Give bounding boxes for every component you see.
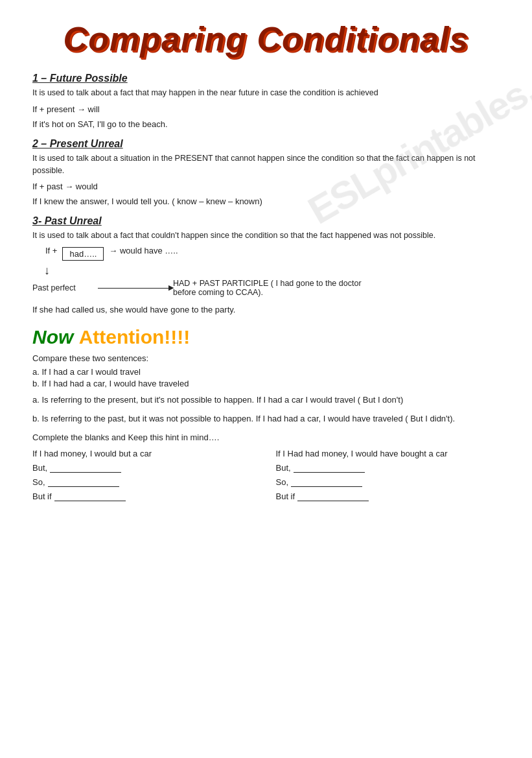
sentence-a: a. If I had a car I would travel <box>32 367 500 377</box>
explanation-a: a. Is referring to the present, but it's… <box>32 394 500 407</box>
ex-right-label-3: But if <box>276 492 295 501</box>
section-2-heading: 2 – Present Unreal <box>32 138 500 150</box>
section-1-formula: If + present → will <box>32 104 500 114</box>
past-perfect-line: Past perfect ▶ HAD + PAST PARTICIPLE ( I… <box>32 279 500 297</box>
exercise-left-line-3: But if <box>32 491 257 501</box>
section-1-description: It is used to talk about a fact that may… <box>32 87 500 99</box>
section-1-heading: 1 – Future Possible <box>32 73 500 84</box>
section-1-example: If it's hot on SAT, I'll go to the beach… <box>32 119 500 129</box>
ex-right-blank-1[interactable] <box>294 462 365 473</box>
exercise-right-line-3: But if <box>276 491 500 501</box>
attention-title: Now Attention!!!! <box>32 326 500 348</box>
section-2: 2 – Present Unreal It is used to talk ab… <box>32 138 500 207</box>
exercise-left: If I had money, I would but a car But, S… <box>32 449 257 501</box>
ex-left-label-2: So, <box>32 477 45 487</box>
attention-now: Now <box>32 326 79 348</box>
formula-would-have: → would have ….. <box>109 246 178 255</box>
ex-left-label-1: But, <box>32 463 47 473</box>
page-title: Comparing Conditionals <box>32 19 500 58</box>
ex-left-blank-1[interactable] <box>50 462 121 473</box>
ex-left-label-3: But if <box>32 492 52 501</box>
ex-right-label-1: But, <box>276 463 291 473</box>
section-2-formula: If + past → would <box>32 182 500 191</box>
attention-section: Now Attention!!!! Compare these two sent… <box>32 326 500 442</box>
exercise-right-line-2: So, <box>276 477 500 487</box>
sentence-b: b. If I had had a car, I would have trav… <box>32 379 500 388</box>
section-3-formula: If + had….. → would have ….. <box>45 246 500 261</box>
past-perfect-desc: HAD + PAST PARTICIPLE ( I had gone to th… <box>173 279 374 297</box>
formula-if: If + <box>45 246 57 255</box>
exercise-grid: If I had money, I would but a car But, S… <box>32 449 500 501</box>
ex-left-blank-3[interactable] <box>54 491 126 501</box>
ex-right-blank-3[interactable] <box>297 491 369 501</box>
section-2-example: If I knew the answer, I would tell you. … <box>32 196 500 206</box>
ex-left-blank-2[interactable] <box>48 477 119 487</box>
section-3-description: It is used to talk about a fact that cou… <box>32 230 500 242</box>
section-1: 1 – Future Possible It is used to talk a… <box>32 73 500 129</box>
section-2-description: It is used to talk about a situation in … <box>32 152 500 177</box>
hint: Complete the blanks and Keep this hint i… <box>32 432 500 442</box>
ex-right-blank-2[interactable] <box>291 477 362 487</box>
exercise-right: If I Had had money, I would have bought … <box>276 449 500 501</box>
exercise-right-prompt: If I Had had money, I would have bought … <box>276 449 500 458</box>
attention-att: Attention!!!! <box>79 326 191 348</box>
section-3-heading: 3- Past Unreal <box>32 215 500 227</box>
exercise-left-prompt: If I had money, I would but a car <box>32 449 257 458</box>
exercise-right-line-1: But, <box>276 462 500 473</box>
down-arrow-icon: ↓ <box>44 265 500 276</box>
section-3: 3- Past Unreal It is used to talk about … <box>32 215 500 314</box>
explanation-b: b. Is referring to the past, but it was … <box>32 412 500 426</box>
compare-intro: Compare these two sentences: <box>32 353 500 363</box>
section-3-example: If she had called us, she would have gon… <box>32 305 500 314</box>
exercise-left-line-2: So, <box>32 477 257 487</box>
formula-had-box: had….. <box>62 247 104 261</box>
past-perfect-label: Past perfect <box>32 283 94 292</box>
exercise-left-line-1: But, <box>32 462 257 473</box>
ex-right-label-2: So, <box>276 477 289 487</box>
